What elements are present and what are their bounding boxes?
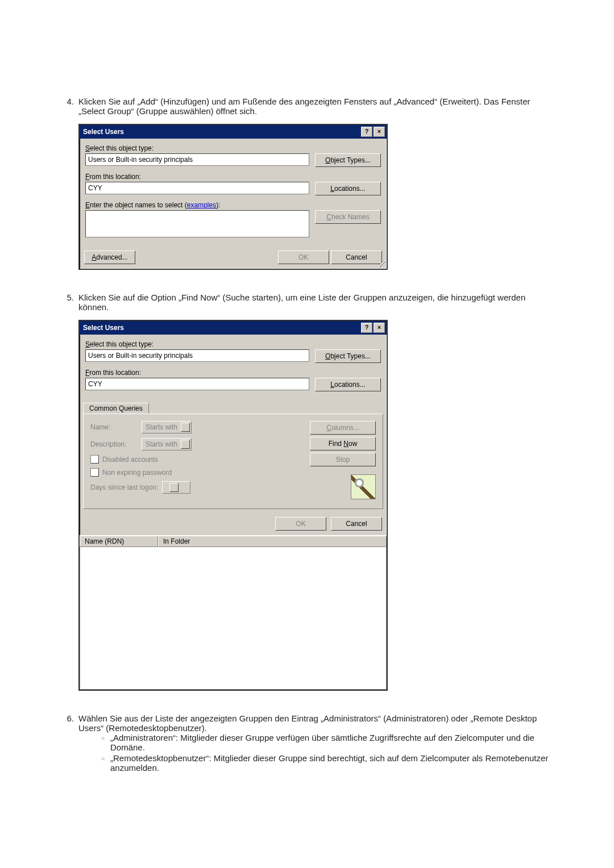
- help-button[interactable]: ?: [361, 127, 372, 137]
- find-now-button[interactable]: Find Now: [310, 437, 376, 450]
- dialog-select-users-advanced: Select Users ? × Select this object type…: [78, 320, 388, 691]
- cancel-button[interactable]: Cancel: [331, 517, 382, 531]
- help-button[interactable]: ?: [361, 323, 372, 333]
- close-button[interactable]: ×: [374, 127, 385, 137]
- object-type-input[interactable]: [85, 153, 309, 166]
- label-object-type: Select this object type:: [85, 144, 309, 152]
- label-days-since-logon: Days siince last logon:: [90, 483, 158, 491]
- label-object-names: Enter the object names to select (exampl…: [85, 201, 309, 209]
- ok-button[interactable]: OK: [275, 517, 326, 531]
- step-6-sub-1-text: „Administratoren“: Mitglieder dieser Gru…: [110, 733, 557, 752]
- label-description: Description:: [90, 440, 142, 448]
- step-5-text: Klicken Sie auf die Option „Find Now“ (S…: [78, 293, 525, 312]
- from-location-input[interactable]: [85, 378, 309, 390]
- object-names-input[interactable]: [85, 210, 309, 237]
- label-from-location: From this location:: [85, 173, 309, 181]
- check-names-button[interactable]: Check Names: [315, 210, 381, 224]
- titlebar[interactable]: Select Users ? ×: [80, 125, 387, 139]
- object-types-button[interactable]: Object Types...: [315, 153, 381, 167]
- titlebar[interactable]: Select Users ? ×: [80, 321, 387, 335]
- results-header-folder[interactable]: In Folder: [158, 536, 387, 547]
- results-header: Name (RDN) In Folder: [80, 535, 387, 547]
- dialog-title: Select Users: [83, 324, 360, 332]
- tab-common-queries[interactable]: Common Queries: [83, 403, 149, 414]
- step-4-number: 4.: [57, 97, 78, 281]
- description-match-dropdown[interactable]: Starts with: [142, 438, 192, 450]
- disabled-accounts-checkbox[interactable]: [90, 455, 99, 464]
- examples-link[interactable]: examples: [187, 201, 216, 209]
- name-match-dropdown[interactable]: Starts with: [142, 421, 192, 433]
- non-expiring-password-checkbox[interactable]: [90, 468, 99, 477]
- dialog-select-users: Select Users ? × Select this object type…: [78, 124, 388, 270]
- advanced-button[interactable]: Advanced...: [84, 251, 135, 264]
- object-types-button[interactable]: Object Types...: [315, 349, 381, 363]
- from-location-input[interactable]: [85, 182, 309, 194]
- step-5-number: 5.: [57, 293, 78, 702]
- step-5: 5. Klicken Sie auf die Option „Find Now“…: [57, 293, 557, 702]
- search-animation-icon: [351, 474, 376, 499]
- label-disabled-accounts: Disabled accounts: [102, 456, 158, 464]
- step-6-sub-1: ○ „Administratoren“: Mitglieder dieser G…: [101, 733, 557, 752]
- label-from-location: From this location:: [85, 369, 309, 377]
- common-queries-pane: Name: Starts with Description: Starts wi…: [83, 414, 383, 509]
- ok-button[interactable]: OK: [278, 251, 329, 264]
- step-4-text: Klicken Sie auf „Add“ (Hinzufügen) und a…: [78, 97, 530, 116]
- step-4: 4. Klicken Sie auf „Add“ (Hinzufügen) un…: [57, 97, 557, 281]
- results-list[interactable]: [80, 547, 387, 690]
- label-name: Name:: [90, 423, 142, 431]
- object-type-input[interactable]: [85, 349, 309, 362]
- stop-button[interactable]: Stop: [310, 453, 376, 466]
- days-since-logon-dropdown[interactable]: [162, 481, 190, 494]
- results-header-name[interactable]: Name (RDN): [80, 536, 158, 547]
- step-6-sub-2: ○ „Remotedesktopbenutzer“: Mitglieder di…: [101, 753, 557, 773]
- bullet-icon: ○: [101, 753, 110, 773]
- step-6-text: Wählen Sie aus der Liste der angezeigten…: [78, 713, 537, 733]
- dialog-title: Select Users: [83, 128, 360, 136]
- step-6-number: 6.: [57, 713, 78, 774]
- label-object-type: Select this object type:: [85, 340, 309, 348]
- step-6-sub-2-text: „Remotedesktopbenutzer“: Mitglieder dies…: [110, 753, 557, 773]
- columns-button[interactable]: Columns...: [310, 421, 376, 435]
- cancel-button[interactable]: Cancel: [331, 251, 382, 264]
- close-button[interactable]: ×: [374, 323, 385, 333]
- locations-button[interactable]: Locations...: [315, 378, 381, 391]
- step-6: 6. Wählen Sie aus der Liste der angezeig…: [57, 713, 557, 774]
- label-non-expiring-password: Non expiring password: [102, 469, 172, 477]
- locations-button[interactable]: Locations...: [315, 182, 381, 195]
- bullet-icon: ○: [101, 733, 110, 752]
